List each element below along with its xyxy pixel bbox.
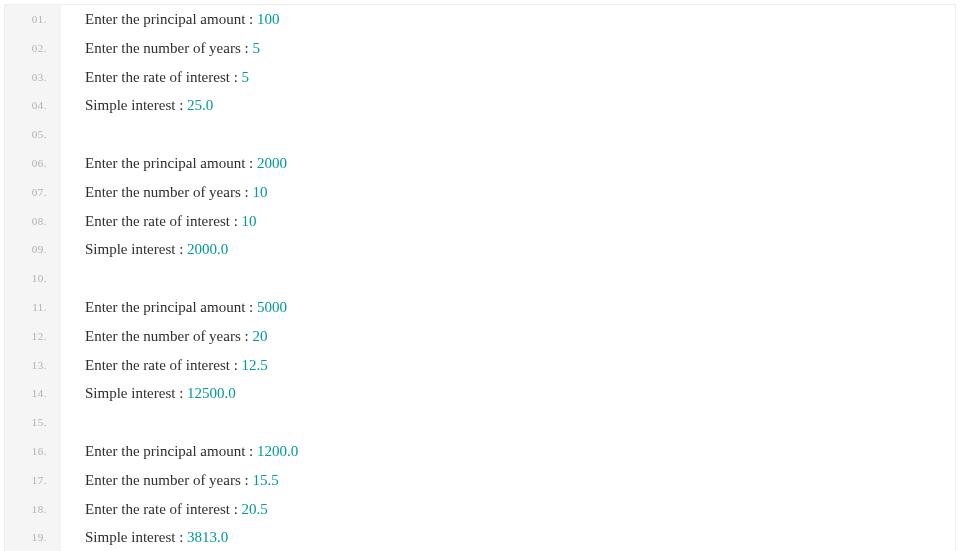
number-literal: 100 bbox=[257, 11, 280, 27]
number-literal: 10 bbox=[242, 213, 257, 229]
code-line: 07.Enter the number of years : 10 bbox=[5, 178, 955, 207]
code-line: 13.Enter the rate of interest : 12.5 bbox=[5, 351, 955, 380]
number-literal: 3813.0 bbox=[187, 529, 228, 545]
line-number: 04. bbox=[5, 91, 61, 120]
text-token: Enter the rate of interest : bbox=[85, 357, 242, 373]
text-token: Enter the rate of interest : bbox=[85, 69, 242, 85]
line-content: Enter the principal amount : 1200.0 bbox=[61, 437, 298, 466]
number-literal: 2000 bbox=[257, 155, 287, 171]
line-content: Enter the number of years : 15.5 bbox=[61, 466, 279, 495]
code-line: 03.Enter the rate of interest : 5 bbox=[5, 63, 955, 92]
line-content: Enter the principal amount : 2000 bbox=[61, 149, 287, 178]
line-content: Simple interest : 25.0 bbox=[61, 91, 213, 120]
text-token: Simple interest : bbox=[85, 241, 187, 257]
text-token: Simple interest : bbox=[85, 529, 187, 545]
line-content: Enter the rate of interest : 12.5 bbox=[61, 351, 268, 380]
line-content: Enter the principal amount : 100 bbox=[61, 5, 280, 34]
code-line: 02.Enter the number of years : 5 bbox=[5, 34, 955, 63]
code-line: 12.Enter the number of years : 20 bbox=[5, 322, 955, 351]
line-content bbox=[61, 120, 89, 149]
line-content bbox=[61, 408, 89, 437]
text-token bbox=[85, 270, 89, 286]
text-token: Enter the principal amount : bbox=[85, 443, 257, 459]
line-number: 18. bbox=[5, 495, 61, 524]
text-token: Enter the rate of interest : bbox=[85, 501, 242, 517]
code-output-block: 01.Enter the principal amount : 10002.En… bbox=[4, 4, 956, 551]
line-content: Enter the rate of interest : 10 bbox=[61, 207, 257, 236]
code-line: 19.Simple interest : 3813.0 bbox=[5, 523, 955, 551]
text-token: Simple interest : bbox=[85, 385, 187, 401]
code-line: 17.Enter the number of years : 15.5 bbox=[5, 466, 955, 495]
number-literal: 1200.0 bbox=[257, 443, 298, 459]
line-number: 05. bbox=[5, 120, 61, 149]
line-number: 14. bbox=[5, 379, 61, 408]
line-content: Enter the principal amount : 5000 bbox=[61, 293, 287, 322]
number-literal: 15.5 bbox=[252, 472, 278, 488]
line-number: 16. bbox=[5, 437, 61, 466]
text-token: Enter the principal amount : bbox=[85, 299, 257, 315]
line-content: Enter the number of years : 5 bbox=[61, 34, 260, 63]
number-literal: 12.5 bbox=[242, 357, 268, 373]
code-line: 05. bbox=[5, 120, 955, 149]
code-line: 16.Enter the principal amount : 1200.0 bbox=[5, 437, 955, 466]
line-number: 06. bbox=[5, 149, 61, 178]
code-line: 09.Simple interest : 2000.0 bbox=[5, 235, 955, 264]
text-token: Enter the principal amount : bbox=[85, 155, 257, 171]
text-token: Enter the number of years : bbox=[85, 472, 252, 488]
code-line: 14.Simple interest : 12500.0 bbox=[5, 379, 955, 408]
line-content: Enter the number of years : 20 bbox=[61, 322, 267, 351]
number-literal: 20 bbox=[252, 328, 267, 344]
line-number: 07. bbox=[5, 178, 61, 207]
line-content: Enter the rate of interest : 20.5 bbox=[61, 495, 268, 524]
line-content: Simple interest : 2000.0 bbox=[61, 235, 228, 264]
line-content bbox=[61, 264, 89, 293]
number-literal: 5 bbox=[252, 40, 260, 56]
code-line: 04.Simple interest : 25.0 bbox=[5, 91, 955, 120]
number-literal: 5000 bbox=[257, 299, 287, 315]
line-number: 13. bbox=[5, 351, 61, 380]
code-line: 10. bbox=[5, 264, 955, 293]
line-number: 15. bbox=[5, 408, 61, 437]
text-token: Enter the number of years : bbox=[85, 184, 252, 200]
text-token: Enter the rate of interest : bbox=[85, 213, 242, 229]
code-line: 06.Enter the principal amount : 2000 bbox=[5, 149, 955, 178]
code-line: 01.Enter the principal amount : 100 bbox=[5, 5, 955, 34]
number-literal: 10 bbox=[252, 184, 267, 200]
line-number: 01. bbox=[5, 5, 61, 34]
text-token: Enter the number of years : bbox=[85, 328, 252, 344]
code-line: 11.Enter the principal amount : 5000 bbox=[5, 293, 955, 322]
line-content: Enter the number of years : 10 bbox=[61, 178, 267, 207]
line-number: 17. bbox=[5, 466, 61, 495]
number-literal: 12500.0 bbox=[187, 385, 236, 401]
line-content: Enter the rate of interest : 5 bbox=[61, 63, 249, 92]
line-content: Simple interest : 12500.0 bbox=[61, 379, 236, 408]
text-token: Simple interest : bbox=[85, 97, 187, 113]
line-number: 03. bbox=[5, 63, 61, 92]
text-token: Enter the number of years : bbox=[85, 40, 252, 56]
line-content: Simple interest : 3813.0 bbox=[61, 523, 228, 551]
code-line: 18.Enter the rate of interest : 20.5 bbox=[5, 495, 955, 524]
line-number: 02. bbox=[5, 34, 61, 63]
number-literal: 20.5 bbox=[242, 501, 268, 517]
text-token bbox=[85, 126, 89, 142]
code-line: 08.Enter the rate of interest : 10 bbox=[5, 207, 955, 236]
text-token: Enter the principal amount : bbox=[85, 11, 257, 27]
text-token bbox=[85, 414, 89, 430]
number-literal: 2000.0 bbox=[187, 241, 228, 257]
number-literal: 25.0 bbox=[187, 97, 213, 113]
number-literal: 5 bbox=[242, 69, 250, 85]
line-number: 09. bbox=[5, 235, 61, 264]
line-number: 11. bbox=[5, 293, 61, 322]
code-line: 15. bbox=[5, 408, 955, 437]
line-number: 19. bbox=[5, 523, 61, 551]
line-number: 12. bbox=[5, 322, 61, 351]
line-number: 08. bbox=[5, 207, 61, 236]
line-number: 10. bbox=[5, 264, 61, 293]
